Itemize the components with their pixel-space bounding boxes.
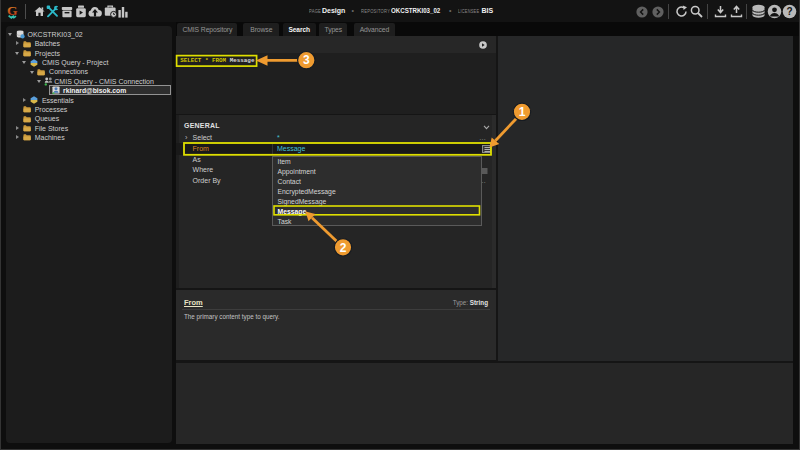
svg-text:2: 2	[340, 241, 347, 255]
svg-text:1: 1	[519, 105, 526, 119]
svg-text:3: 3	[303, 53, 310, 67]
